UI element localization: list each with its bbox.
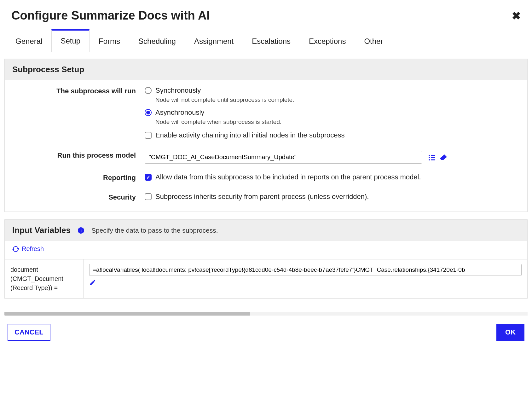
dialog-footer: CANCEL OK	[0, 316, 532, 350]
input-variables-heading: Input Variables	[12, 225, 71, 235]
input-variables-hint: Specify the data to pass to the subproce…	[91, 227, 218, 234]
refresh-label: Refresh	[22, 245, 44, 253]
checkbox-security[interactable]	[145, 193, 152, 200]
checkbox-activity-chaining-label: Enable activity chaining into all initia…	[155, 131, 344, 139]
variable-name: document (CMGT_Document (Record Type)) =	[5, 259, 84, 298]
horizontal-scrollbar-thumb[interactable]	[4, 312, 250, 316]
subprocess-setup-heading: Subprocess Setup	[12, 65, 84, 74]
checkbox-security-label: Subprocess inherits security from parent…	[155, 193, 369, 201]
input-variables-table: document (CMGT_Document (Record Type)) =	[5, 259, 527, 298]
checkbox-reporting[interactable]	[145, 174, 152, 181]
horizontal-scrollbar[interactable]	[4, 312, 528, 316]
refresh-icon	[12, 246, 19, 253]
radio-asynchronously-desc: Node will complete when subprocess is st…	[155, 119, 520, 125]
radio-synchronously[interactable]	[145, 87, 152, 94]
run-mode-label: The subprocess will run	[12, 86, 145, 141]
tab-escalations[interactable]: Escalations	[243, 29, 300, 52]
dialog-title: Configure Summarize Docs with AI	[11, 9, 210, 22]
svg-text:i: i	[80, 228, 82, 233]
checkbox-activity-chaining[interactable]	[145, 132, 152, 139]
radio-asynchronously[interactable]	[145, 109, 152, 116]
subprocess-setup-header: Subprocess Setup	[5, 59, 527, 80]
list-icon[interactable]	[428, 154, 436, 161]
svg-point-2	[429, 157, 430, 158]
subprocess-setup-panel: Subprocess Setup The subprocess will run…	[4, 59, 528, 212]
checkbox-reporting-label: Allow data from this subprocess to be in…	[155, 173, 421, 181]
svg-rect-1	[431, 155, 435, 156]
svg-rect-3	[431, 157, 435, 158]
tab-assignment[interactable]: Assignment	[185, 29, 243, 52]
info-icon: i	[78, 227, 84, 234]
tab-general[interactable]: General	[6, 29, 51, 52]
edit-expression-icon[interactable]	[89, 279, 96, 286]
radio-synchronously-desc: Node will not complete until subprocess …	[155, 96, 520, 103]
tab-exceptions[interactable]: Exceptions	[300, 29, 355, 52]
refresh-link[interactable]: Refresh	[5, 241, 51, 253]
configure-dialog: Configure Summarize Docs with AI ✖ Gener…	[0, 0, 532, 350]
variable-expression-input[interactable]	[89, 264, 522, 276]
input-variables-header: Input Variables i Specify the data to pa…	[5, 220, 527, 241]
dialog-header: Configure Summarize Docs with AI ✖	[0, 0, 532, 29]
svg-point-0	[429, 155, 430, 156]
security-label: Security	[12, 193, 145, 203]
input-variables-panel: Input Variables i Specify the data to pa…	[4, 219, 528, 299]
dialog-content: Subprocess Setup The subprocess will run…	[0, 52, 532, 309]
tab-forms[interactable]: Forms	[90, 29, 129, 52]
tab-setup[interactable]: Setup	[51, 29, 90, 52]
tab-scheduling[interactable]: Scheduling	[129, 29, 185, 52]
tab-other[interactable]: Other	[355, 29, 392, 52]
process-model-input[interactable]	[145, 151, 422, 164]
tab-bar: General Setup Forms Scheduling Assignmen…	[0, 29, 532, 52]
cancel-button[interactable]: CANCEL	[8, 324, 50, 341]
svg-point-4	[429, 159, 430, 160]
radio-asynchronously-label: Asynchronously	[155, 108, 204, 117]
eraser-icon[interactable]	[439, 154, 448, 161]
reporting-label: Reporting	[12, 173, 145, 183]
ok-button[interactable]: OK	[496, 324, 524, 341]
radio-synchronously-label: Synchronously	[155, 86, 201, 95]
close-icon[interactable]: ✖	[512, 9, 521, 22]
svg-rect-5	[431, 160, 435, 160]
process-model-label: Run this process model	[12, 151, 145, 164]
